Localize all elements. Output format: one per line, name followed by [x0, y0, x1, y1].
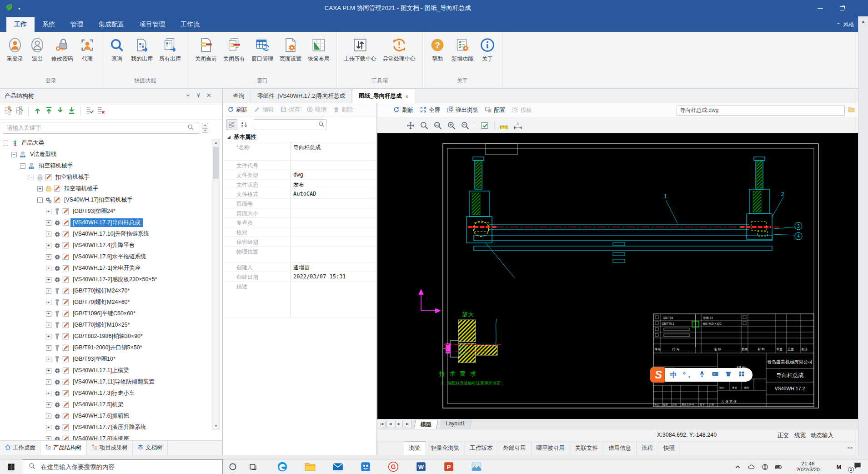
document-tab[interactable]: 图纸_导向杆总成× [352, 89, 415, 103]
tree-node[interactable]: +[VS40WH.17.5]机架 [0, 399, 222, 410]
expand-toggle-icon[interactable]: + [46, 254, 51, 260]
cortana-button[interactable] [223, 459, 243, 474]
tree-node[interactable]: +[VS40WH.17.7]液压升降系统 [0, 422, 222, 433]
popup-button[interactable]: 弹出浏览 [447, 106, 478, 115]
delete-button[interactable]: 删除 [333, 106, 353, 114]
tree-node[interactable]: −产品大类 [0, 137, 222, 149]
tree-node[interactable]: +[VS40WH.17.8]连接座 [0, 433, 222, 440]
left-tab-home[interactable]: 工作桌面 [0, 441, 40, 455]
property-row[interactable]: 文件格式AutoCAD [223, 189, 376, 199]
drawing-filename-input[interactable] [677, 106, 845, 116]
tree-node[interactable]: +[GB/T882-1986]销轴30×90* [0, 331, 222, 342]
refresh-button[interactable]: 刷新 [393, 106, 413, 115]
tree-node[interactable]: +[VS40WH.17-1]光电开关座 [0, 262, 222, 274]
left-tab-tree1[interactable]: 产品结构树 [40, 441, 87, 455]
collapse-toggle-icon[interactable]: − [29, 175, 34, 180]
dimension-icon[interactable]: A [512, 120, 524, 131]
tree-node[interactable]: +[VS40WH.17.1]上横梁 [0, 365, 222, 376]
expand-toggle-icon[interactable]: + [46, 402, 51, 408]
ime-grid4-icon[interactable] [738, 370, 745, 379]
updown-button[interactable]: 上传下载中心 [341, 33, 380, 77]
restore-button[interactable] [835, 4, 849, 13]
search-spinner[interactable]: ▲▼ [202, 123, 208, 133]
model-tab-nav-icon[interactable]: |◀ [378, 420, 386, 428]
viewer-bottom-tab[interactable]: 快照 [658, 441, 680, 455]
save-button[interactable]: 保存 [280, 106, 300, 114]
zoom-icon[interactable] [418, 120, 430, 131]
notification-center-button[interactable]: 2 [847, 459, 868, 474]
tree-node[interactable]: +[VS40WH.17.3]行走小车 [0, 388, 222, 399]
template-button[interactable]: 模板 [512, 106, 532, 115]
search-icon[interactable] [187, 124, 194, 132]
sort-az-icon[interactable]: AZ [239, 119, 250, 130]
ribbon-tab[interactable]: 项目管理 [132, 17, 173, 32]
expand-toggle-icon[interactable]: + [46, 311, 51, 317]
minimize-button[interactable] [813, 4, 827, 13]
document-tab[interactable]: 查询 [226, 89, 251, 103]
zoom-window-icon[interactable] [432, 120, 444, 131]
edit-button[interactable]: 编辑 [254, 106, 274, 114]
window-right-scrollbar[interactable]: ▲ [858, 16, 868, 455]
expand-toggle-icon[interactable]: + [46, 345, 51, 351]
battery-tray-icon[interactable] [772, 459, 785, 474]
ime-shirt-icon[interactable] [725, 370, 732, 379]
expand-toggle-icon[interactable]: + [46, 323, 51, 328]
expand-toggle-icon[interactable]: + [46, 300, 51, 305]
property-row[interactable]: 创建日期2022/03/07 15:31 [223, 272, 376, 282]
taskbar-search-input[interactable] [40, 463, 204, 471]
scrollbar-thumb[interactable] [213, 147, 219, 179]
scroll-up-icon[interactable]: ▲ [861, 19, 866, 24]
ribbon-tab[interactable]: 系统 [35, 17, 63, 32]
tree-node[interactable]: +[VS40WH.17.10]升降拖链系统 [0, 228, 222, 240]
expand-toggle-icon[interactable]: + [46, 232, 51, 237]
cad-canvas[interactable]: 1234放大技 术 要 求1、装配好及运输时注意保护涂层；GB/T93垫圈 24… [377, 133, 858, 419]
property-row[interactable]: 文件状态发布 [223, 180, 376, 189]
tree-node[interactable]: +[VS40WH.17.2]导向杆总成 [0, 217, 222, 228]
tree-node[interactable]: +[GB/T70]螺钉M24×60* [0, 297, 222, 308]
search-icon[interactable] [318, 121, 325, 129]
property-row[interactable]: 页面号 [223, 199, 376, 208]
expand-toggle-icon[interactable]: + [46, 243, 51, 248]
check-box-icon[interactable] [479, 120, 491, 131]
folder-taskbar-icon[interactable] [296, 459, 324, 474]
globe-tray-icon[interactable] [758, 459, 772, 474]
tree-node[interactable]: +[GB/T93]垫圈24* [0, 206, 222, 217]
tree-node[interactable]: +[GB/T91-2000]开口销5×50* [0, 342, 222, 353]
expand-toggle-icon[interactable]: + [46, 357, 51, 362]
gred-taskbar-icon[interactable]: G [379, 459, 407, 474]
move-down-icon[interactable] [56, 106, 65, 116]
property-filter-input[interactable] [254, 119, 326, 130]
property-row[interactable]: 文件代号 [223, 161, 376, 170]
status-mode-toggle[interactable]: 动态输入 [811, 432, 833, 439]
viewer-bottom-tab[interactable]: 哪里被引用 [532, 441, 571, 455]
tree-node[interactable]: +[VS40WH.17.4]升降平台 [0, 240, 222, 251]
expand-toggle-icon[interactable]: + [46, 425, 51, 430]
collapse-tree-icon[interactable] [15, 106, 24, 116]
tab-nav-arrows[interactable]: ◂▸ [847, 445, 854, 450]
expand-toggle-icon[interactable]: + [46, 436, 51, 440]
ribbon-tab[interactable]: 工作 [6, 17, 35, 32]
model-tab-nav-icon[interactable]: ◀ [386, 420, 394, 428]
photo-taskbar-icon[interactable] [462, 459, 490, 474]
move-bottom-icon[interactable] [67, 106, 76, 116]
user-orange-button[interactable]: 重登录 [4, 33, 26, 77]
viewer-bottom-tab[interactable]: 工作版本 [465, 441, 498, 455]
document-tab[interactable]: 零部件_[VS40WH.17.2]导向杆总成 [251, 89, 352, 103]
clear-list-icon[interactable] [97, 106, 105, 116]
search-blue-button[interactable]: 查询 [106, 33, 128, 77]
refresh-button[interactable]: 刷新 [227, 106, 247, 114]
move-up-icon[interactable] [33, 106, 42, 116]
layout-grid-button[interactable]: 恢复布局 [305, 33, 333, 77]
viewer-bottom-tab[interactable]: 轻量化浏览 [426, 441, 465, 455]
property-section-header[interactable]: 基本属性 [223, 132, 376, 142]
tree-node[interactable]: −V法造型线 [0, 149, 222, 160]
collapse-toggle-icon[interactable]: − [11, 152, 17, 157]
property-row[interactable]: 创建人逄增苗 [223, 262, 376, 272]
tree-node[interactable]: −[VS40WH.17]扣空箱机械手 [0, 194, 222, 206]
ime-punctuation[interactable]: °， [683, 371, 692, 379]
expand-toggle-icon[interactable]: + [46, 209, 51, 214]
sogou-logo-icon[interactable]: S [650, 367, 667, 383]
collapse-toggle-icon[interactable]: − [3, 141, 8, 146]
ime-indicator[interactable]: M [831, 464, 847, 470]
ribbon-tab[interactable]: 工作流 [173, 17, 207, 32]
